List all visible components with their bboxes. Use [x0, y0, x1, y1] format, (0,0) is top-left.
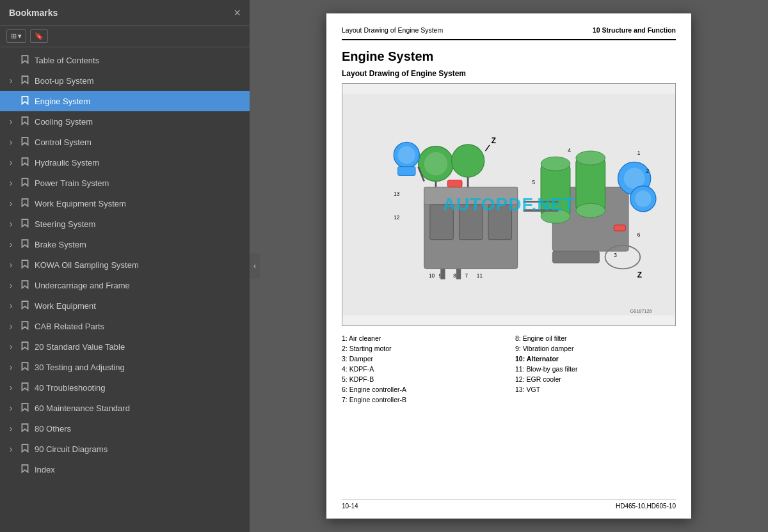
svg-text:2: 2: [646, 168, 649, 174]
svg-rect-2: [424, 187, 518, 205]
part-item: 10: Alternator: [515, 354, 676, 363]
document-sub-title: Layout Drawing of Engine System: [342, 69, 676, 78]
part-item: 4: KDPF-A: [342, 364, 502, 373]
svg-text:4: 4: [568, 148, 571, 153]
chevron-right-icon: [6, 341, 15, 352]
sidebar-item-label: CAB Related Parts: [35, 322, 244, 331]
part-item: 3: Damper: [342, 354, 502, 363]
close-button[interactable]: ×: [234, 7, 241, 19]
sidebar-title: Bookmarks: [9, 8, 58, 18]
bookmark-icon-standard-value: [19, 341, 31, 352]
sidebar-item-label: 40 Troubleshooting: [35, 383, 244, 393]
chevron-right-icon: [6, 321, 15, 331]
svg-point-37: [635, 191, 652, 207]
sidebar-item-steering-system[interactable]: Steering System: [0, 214, 250, 234]
chevron-right-icon: [6, 137, 15, 147]
chevron-right-icon: [6, 280, 15, 290]
svg-rect-26: [456, 269, 461, 279]
footer-model-number: HD465-10,HD605-10: [616, 503, 676, 510]
sidebar-item-label: Work Equipment System: [35, 199, 244, 208]
svg-text:3: 3: [614, 253, 617, 258]
dropdown-arrow-icon: ▾: [18, 32, 22, 40]
svg-text:6: 6: [637, 232, 641, 238]
bookmark-list: Table of Contents Boot-up System Engine …: [0, 47, 250, 532]
svg-text:Z: Z: [492, 136, 496, 145]
sidebar-header: Bookmarks ×: [0, 0, 250, 26]
bookmark-icon-troubleshooting: [19, 382, 31, 393]
svg-text:8: 8: [453, 273, 456, 279]
bookmark-icon-engine: [19, 96, 31, 106]
bookmark-icon-power-train: [19, 178, 31, 188]
sidebar-item-troubleshooting[interactable]: 40 Troubleshooting: [0, 377, 250, 398]
svg-text:1: 1: [637, 150, 641, 156]
document-page: Layout Drawing of Engine System 10 Struc…: [326, 13, 691, 519]
sidebar-item-index[interactable]: Index: [0, 459, 250, 480]
chevron-right-icon: [6, 382, 15, 393]
document-header: Layout Drawing of Engine System 10 Struc…: [342, 26, 676, 40]
bookmark-icon-circuit: [19, 444, 31, 454]
sidebar-item-label: Control System: [35, 137, 244, 147]
svg-rect-25: [440, 269, 445, 279]
sidebar-item-kowa-oil[interactable]: KOWA Oil Sampling System: [0, 254, 250, 275]
part-item: 8: Engine oil filter: [515, 334, 676, 343]
chevron-right-icon: [6, 423, 15, 434]
svg-rect-11: [398, 167, 415, 176]
sidebar-item-label: Steering System: [35, 219, 244, 229]
bookmark-icon-others: [19, 423, 31, 434]
sidebar-collapse-handle[interactable]: ‹: [250, 253, 260, 279]
sidebar-item-label: KOWA Oil Sampling System: [35, 260, 244, 270]
bookmark-icon-work-equip: [19, 301, 31, 311]
sidebar-item-boot-up-system[interactable]: Boot-up System: [0, 70, 250, 91]
chevron-right-icon: [6, 157, 15, 168]
view-options-button[interactable]: ⊞ ▾: [6, 29, 26, 43]
part-item: 12: EGR cooler: [515, 375, 676, 384]
parts-list: 1: Air cleaner 8: Engine oil filter 2: S…: [342, 334, 676, 404]
bookmark-options-button[interactable]: 🔖: [30, 29, 48, 43]
part-item: 5: KDPF-B: [342, 375, 502, 384]
bookmark-icon-boot: [19, 75, 31, 86]
engine-diagram: AUTOPDF.NET: [342, 83, 676, 326]
footer-page-number: 10-14: [342, 503, 358, 510]
bookmark-icon-steering: [19, 219, 31, 229]
bookmark-icon-hydraulic: [19, 157, 31, 168]
sidebar-item-label: 80 Others: [35, 424, 244, 434]
sidebar-item-work-equipment-system[interactable]: Work Equipment System: [0, 193, 250, 214]
svg-text:5: 5: [532, 180, 535, 185]
sidebar-item-others[interactable]: 80 Others: [0, 418, 250, 439]
sidebar-item-work-equipment[interactable]: Work Equipment: [0, 295, 250, 316]
svg-text:13: 13: [394, 191, 400, 197]
sidebar-item-cooling-system[interactable]: Cooling System: [0, 111, 250, 132]
chevron-right-icon: [6, 219, 15, 229]
sidebar-item-brake-system[interactable]: Brake System: [0, 234, 250, 254]
chevron-right-icon: [6, 239, 15, 249]
sidebar-item-standard-value-table[interactable]: 20 Standard Value Table: [0, 336, 250, 357]
engine-diagram-svg: Z 13 12 9 10 8 11 7: [342, 84, 675, 325]
sidebar-item-label: Hydraulic System: [35, 158, 244, 168]
svg-point-8: [452, 145, 484, 177]
sidebar-item-cab-related-parts[interactable]: CAB Related Parts: [0, 316, 250, 336]
sidebar-item-hydraulic-system[interactable]: Hydraulic System: [0, 152, 250, 173]
part-item: 7: Engine controller-B: [342, 395, 502, 404]
document-header-left: Layout Drawing of Engine System: [342, 26, 443, 34]
sidebar-item-testing-adjusting[interactable]: 30 Testing and Adjusting: [0, 357, 250, 377]
sidebar-item-control-system[interactable]: Control System: [0, 132, 250, 152]
svg-rect-38: [614, 225, 625, 231]
sidebar-item-label: Table of Contents: [35, 56, 244, 65]
chevron-right-icon: [6, 301, 15, 311]
sidebar-item-engine-system[interactable]: Engine System: [0, 91, 250, 111]
sidebar-item-undercarriage-frame[interactable]: Undercarriage and Frame: [0, 275, 250, 295]
part-item: 11: Blow-by gas filter: [515, 364, 676, 373]
sidebar-item-power-train-system[interactable]: Power Train System: [0, 173, 250, 193]
chevron-right-icon: [6, 403, 15, 413]
bookmark-icon-brake: [19, 239, 31, 249]
chevron-right-icon: [6, 260, 15, 270]
sidebar-item-table-of-contents[interactable]: Table of Contents: [0, 50, 250, 70]
svg-text:12: 12: [394, 215, 400, 221]
svg-rect-4: [459, 205, 482, 240]
svg-rect-28: [541, 164, 570, 216]
part-item: 2: Starting motor: [342, 344, 502, 353]
document-header-right: 10 Structure and Function: [593, 26, 676, 34]
sidebar-item-circuit-diagrams[interactable]: 90 Circuit Diagrams: [0, 439, 250, 459]
sidebar-item-maintenance-standard[interactable]: 60 Maintenance Standard: [0, 398, 250, 418]
bookmark-icon-index: [19, 464, 31, 474]
